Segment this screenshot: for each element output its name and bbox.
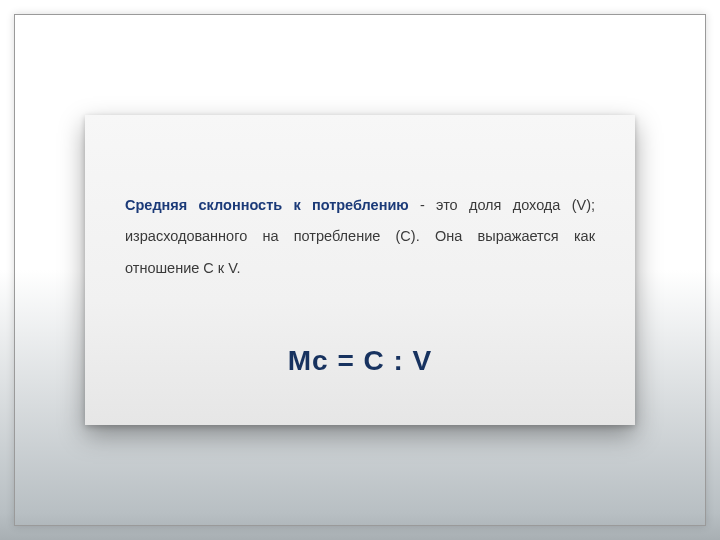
slide-page: Средняя склонность к потреблению - это д… [0, 0, 720, 540]
definition-paragraph: Средняя склонность к потреблению - это д… [125, 190, 595, 286]
slide-frame: Средняя склонность к потреблению - это д… [14, 14, 706, 526]
formula: Mc = C : V [125, 345, 595, 377]
content-card: Средняя склонность к потреблению - это д… [85, 115, 635, 425]
term: Средняя склонность к потреблению [125, 197, 409, 213]
